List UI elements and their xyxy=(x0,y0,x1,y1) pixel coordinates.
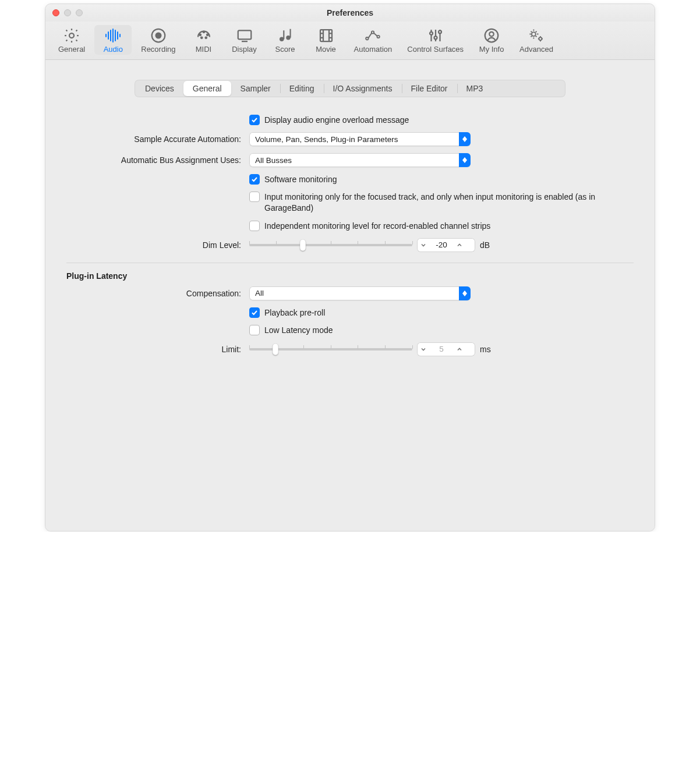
svg-point-34 xyxy=(434,36,437,39)
gears-icon xyxy=(528,27,545,44)
limit-stepper[interactable]: 5 xyxy=(417,342,475,356)
svg-point-13 xyxy=(201,37,203,39)
chevron-up-icon[interactable] xyxy=(453,346,466,352)
svg-point-36 xyxy=(439,30,441,33)
stepper-value: 5 xyxy=(430,345,453,353)
subtab-general[interactable]: General xyxy=(183,81,231,96)
tab-my-info[interactable]: My Info xyxy=(473,25,510,55)
general-settings-form: Display audio engine overload message Sa… xyxy=(66,115,634,252)
software-monitoring-checkbox[interactable] xyxy=(249,174,260,185)
playback-preroll-label: Playback pre-roll xyxy=(264,308,325,317)
dim-level-label: Dim Level: xyxy=(203,240,241,250)
separator xyxy=(66,263,634,263)
bus-assignment-popup[interactable]: All Busses xyxy=(249,153,471,167)
svg-point-38 xyxy=(489,32,494,37)
sliders-icon xyxy=(427,27,444,44)
dim-level-slider[interactable] xyxy=(249,240,412,250)
tab-audio[interactable]: Audio xyxy=(94,25,132,55)
compensation-label: Compensation: xyxy=(186,289,241,298)
stepper-value: -20 xyxy=(430,240,453,249)
window-title: Preferences xyxy=(45,8,655,17)
svg-point-12 xyxy=(207,34,208,36)
tab-automation[interactable]: Automation xyxy=(348,25,398,55)
tab-label: Control Surfaces xyxy=(407,45,464,54)
subtab-sampler[interactable]: Sampler xyxy=(231,81,280,96)
tab-recording[interactable]: Recording xyxy=(135,25,181,55)
latency-form: Compensation: All Playback pre-roll Low xyxy=(66,286,634,356)
pref-toolbar: General Audio Recording MIDI Display xyxy=(45,22,655,60)
overload-message-checkbox[interactable] xyxy=(249,115,260,125)
svg-point-37 xyxy=(485,29,499,42)
waveform-icon xyxy=(104,27,122,44)
low-latency-checkbox[interactable] xyxy=(249,325,260,335)
svg-rect-21 xyxy=(320,30,332,41)
tab-score[interactable]: Score xyxy=(267,25,304,55)
tab-label: Recording xyxy=(141,45,175,54)
tab-label: General xyxy=(58,45,85,54)
film-icon xyxy=(317,27,335,44)
svg-point-28 xyxy=(366,37,369,40)
plugin-latency-heading: Plug-in Latency xyxy=(66,271,634,281)
limit-slider[interactable] xyxy=(249,344,412,355)
preferences-window: Preferences General Audio Recording MID xyxy=(45,3,655,532)
independent-monitoring-checkbox[interactable] xyxy=(249,221,260,231)
tab-advanced[interactable]: Advanced xyxy=(514,25,559,55)
svg-point-14 xyxy=(205,37,207,39)
tab-label: Audio xyxy=(104,45,123,54)
updown-icon xyxy=(459,132,471,146)
popup-value: Volume, Pan, Sends, Plug-in Parameters xyxy=(255,135,398,144)
midi-icon xyxy=(195,27,213,44)
record-icon xyxy=(150,27,167,44)
tab-midi[interactable]: MIDI xyxy=(185,25,222,55)
dim-unit: dB xyxy=(480,240,490,250)
subtab-io-assignments[interactable]: I/O Assignments xyxy=(324,81,402,96)
notes-icon xyxy=(277,27,294,44)
popup-value: All xyxy=(255,289,264,298)
tab-display[interactable]: Display xyxy=(226,25,263,55)
chevron-down-icon[interactable] xyxy=(417,242,430,248)
subtab-mp3[interactable]: MP3 xyxy=(457,81,493,96)
audio-subtabs: Devices General Sampler Editing I/O Assi… xyxy=(135,80,565,97)
svg-point-9 xyxy=(156,33,161,38)
chevron-down-icon[interactable] xyxy=(417,346,430,352)
tab-label: Automation xyxy=(354,45,393,54)
svg-rect-15 xyxy=(238,30,251,39)
automation-icon xyxy=(364,27,381,44)
subtab-editing[interactable]: Editing xyxy=(280,81,324,96)
tab-label: Score xyxy=(275,45,295,54)
playback-preroll-checkbox[interactable] xyxy=(249,307,260,318)
limit-unit: ms xyxy=(480,345,491,354)
overload-message-label: Display audio engine overload message xyxy=(264,115,409,125)
compensation-popup[interactable]: All xyxy=(249,286,471,300)
input-monitoring-focus-label: Input monitoring only for the focused tr… xyxy=(264,192,634,214)
independent-monitoring-label: Independent monitoring level for record-… xyxy=(264,221,490,231)
updown-icon xyxy=(459,286,471,300)
bus-assignment-label: Automatic Bus Assignment Uses: xyxy=(121,155,241,165)
svg-point-40 xyxy=(539,37,542,40)
svg-point-10 xyxy=(203,31,204,33)
sample-accurate-label: Sample Accurate Automation: xyxy=(134,134,241,144)
svg-rect-20 xyxy=(289,29,291,38)
tab-label: My Info xyxy=(479,45,504,54)
tab-label: MIDI xyxy=(196,45,211,54)
input-monitoring-focus-checkbox[interactable] xyxy=(249,192,260,202)
dim-level-stepper[interactable]: -20 xyxy=(417,238,475,252)
tab-label: Advanced xyxy=(519,45,553,54)
software-monitoring-label: Software monitoring xyxy=(264,175,337,184)
chevron-up-icon[interactable] xyxy=(453,242,466,248)
tab-label: Display xyxy=(232,45,257,54)
svg-point-39 xyxy=(532,32,536,36)
updown-icon xyxy=(459,153,471,167)
display-icon xyxy=(236,27,253,44)
person-circle-icon xyxy=(483,27,500,44)
svg-point-32 xyxy=(430,32,433,35)
tab-movie[interactable]: Movie xyxy=(307,25,345,55)
svg-point-11 xyxy=(199,34,201,36)
low-latency-label: Low Latency mode xyxy=(264,325,333,335)
sample-accurate-popup[interactable]: Volume, Pan, Sends, Plug-in Parameters xyxy=(249,132,471,146)
tab-general[interactable]: General xyxy=(52,25,91,55)
subtab-devices[interactable]: Devices xyxy=(136,81,183,96)
gear-icon xyxy=(63,27,80,44)
subtab-file-editor[interactable]: File Editor xyxy=(402,81,457,96)
tab-control-surfaces[interactable]: Control Surfaces xyxy=(401,25,469,55)
